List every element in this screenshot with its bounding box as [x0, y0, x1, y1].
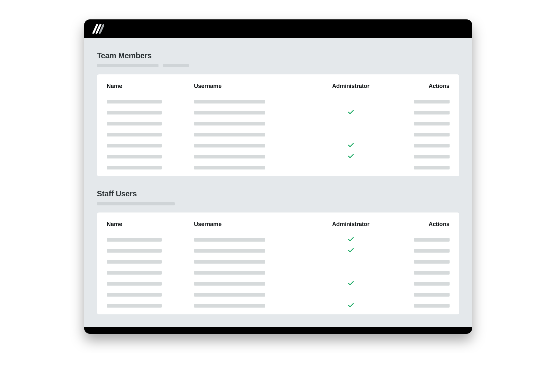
placeholder-bar [194, 249, 265, 253]
cell-actions[interactable] [404, 282, 450, 286]
table-row [107, 140, 450, 151]
placeholder-bar [107, 100, 162, 103]
cell-name [107, 282, 194, 286]
check-icon [347, 152, 354, 161]
app-logo-icon [92, 24, 104, 34]
cell-administrator [298, 301, 404, 310]
table-row [107, 118, 450, 129]
cell-administrator [298, 152, 404, 161]
placeholder-bar [107, 122, 162, 125]
column-header-administrator: Administrator [298, 83, 404, 90]
placeholder-bar [97, 64, 158, 67]
cell-name [107, 271, 194, 275]
content-area: Team MembersNameUsernameAdministratorAct… [84, 38, 472, 314]
table-card: NameUsernameAdministratorActions [97, 212, 459, 314]
table-row [107, 300, 450, 311]
cell-name [107, 155, 194, 158]
cell-username [194, 271, 298, 275]
cell-actions[interactable] [404, 111, 450, 114]
column-header-username: Username [194, 221, 298, 228]
placeholder-bar [97, 202, 175, 205]
cell-username [194, 249, 298, 253]
placeholder-bar [414, 100, 450, 103]
table-header: NameUsernameAdministratorActions [107, 221, 450, 228]
cell-actions[interactable] [404, 260, 450, 264]
table-row [107, 107, 450, 118]
placeholder-bar [107, 260, 162, 264]
placeholder-bar [107, 144, 162, 147]
placeholder-bar [194, 166, 265, 169]
table-card: NameUsernameAdministratorActions [97, 74, 459, 176]
cell-actions[interactable] [404, 155, 450, 158]
cell-name [107, 260, 194, 264]
cell-username [194, 111, 298, 114]
column-header-administrator: Administrator [298, 221, 404, 228]
cell-actions[interactable] [404, 144, 450, 147]
cell-administrator [298, 108, 404, 117]
check-icon [347, 108, 354, 117]
titlebar [84, 19, 472, 38]
cell-actions[interactable] [404, 293, 450, 297]
placeholder-bar [414, 293, 450, 297]
cell-username [194, 304, 298, 308]
cell-username [194, 100, 298, 103]
table-row [107, 267, 450, 278]
table-row [107, 151, 450, 162]
placeholder-bar [194, 155, 265, 158]
section: Staff UsersNameUsernameAdministratorActi… [97, 189, 459, 314]
cell-username [194, 166, 298, 169]
cell-name [107, 304, 194, 308]
placeholder-bar [107, 111, 162, 114]
placeholder-bar [194, 293, 265, 297]
section-subtitle-placeholder-row [97, 64, 459, 67]
cell-administrator [298, 246, 404, 255]
placeholder-bar [107, 155, 162, 158]
cell-username [194, 133, 298, 136]
bottom-bar [84, 327, 472, 334]
cell-name [107, 293, 194, 297]
table-row [107, 278, 450, 289]
cell-actions[interactable] [404, 249, 450, 253]
cell-actions[interactable] [404, 100, 450, 103]
cell-username [194, 260, 298, 264]
cell-name [107, 249, 194, 253]
cell-actions[interactable] [404, 122, 450, 125]
placeholder-bar [414, 249, 450, 253]
placeholder-bar [414, 282, 450, 286]
table-header: NameUsernameAdministratorActions [107, 83, 450, 90]
check-icon [347, 279, 354, 288]
placeholder-bar [194, 271, 265, 275]
cell-actions[interactable] [404, 166, 450, 169]
cell-actions[interactable] [404, 271, 450, 275]
cell-name [107, 166, 194, 169]
placeholder-bar [194, 111, 265, 114]
table-row [107, 129, 450, 140]
table-row [107, 162, 450, 173]
table-row [107, 289, 450, 300]
cell-actions[interactable] [404, 238, 450, 242]
section: Team MembersNameUsernameAdministratorAct… [97, 51, 459, 176]
table-row [107, 234, 450, 245]
placeholder-bar [414, 144, 450, 147]
cell-name [107, 111, 194, 114]
placeholder-bar [414, 111, 450, 114]
placeholder-bar [414, 166, 450, 169]
cell-username [194, 122, 298, 125]
placeholder-bar [107, 271, 162, 275]
placeholder-bar [194, 144, 265, 147]
column-header-actions: Actions [404, 221, 450, 228]
cell-actions[interactable] [404, 304, 450, 308]
cell-name [107, 122, 194, 125]
column-header-actions: Actions [404, 83, 450, 90]
table-row [107, 245, 450, 256]
cell-username [194, 144, 298, 147]
placeholder-bar [194, 304, 265, 308]
placeholder-bar [107, 249, 162, 253]
cell-actions[interactable] [404, 133, 450, 136]
placeholder-bar [107, 282, 162, 286]
column-header-username: Username [194, 83, 298, 90]
check-icon [347, 301, 354, 310]
cell-name [107, 144, 194, 147]
placeholder-bar [414, 155, 450, 158]
section-title: Staff Users [97, 189, 459, 198]
